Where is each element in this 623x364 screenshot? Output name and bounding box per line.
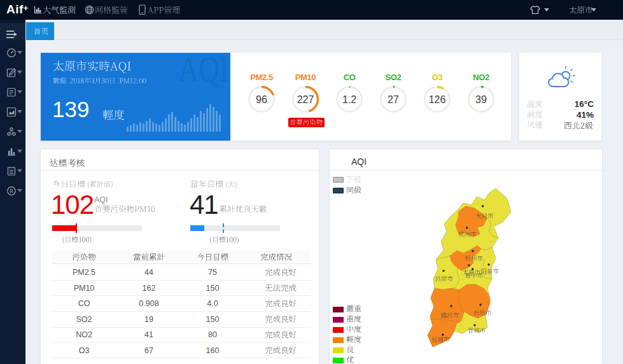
svg-text:R: R [10, 188, 13, 194]
